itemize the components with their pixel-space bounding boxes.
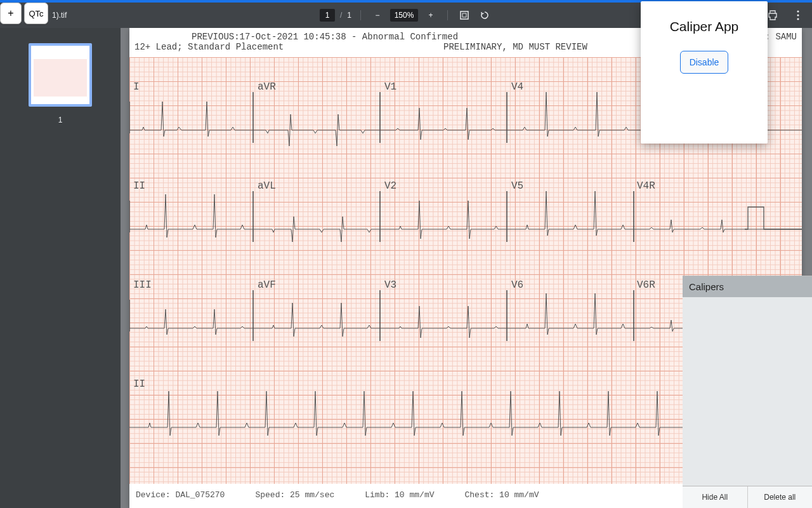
ecg-prelim: PRELIMINARY, MD MUST REVIEW [443,42,587,52]
ecg-leads-line: 12+ Lead; Standard Placement [134,42,284,52]
delete-all-button[interactable]: Delete all [747,486,813,508]
more-menu-icon[interactable] [790,8,806,23]
svg-point-4 [797,18,799,20]
filename-tail: 1).tif [52,11,67,20]
footer-speed: Speed: 25 mm/sec [255,490,334,503]
rotate-icon[interactable] [477,8,492,23]
svg-rect-0 [461,11,468,19]
footer-chest: Chest: 10 mm/mV [464,490,539,503]
page-thumbnail[interactable] [29,43,92,107]
calipers-panel: Calipers Hide All Delete all [683,276,812,508]
svg-rect-1 [462,13,466,17]
svg-point-2 [797,10,799,12]
add-caliper-button[interactable]: + [0,3,22,24]
fit-page-icon[interactable] [457,8,472,23]
caliper-app-popup: Caliper App Disable [641,1,768,144]
caliper-popup-title: Caliper App [670,19,739,34]
page-separator: / [340,11,342,20]
ecg-previous-line: PREVIOUS:17-Oct-2021 10:45:38 - Abnormal… [129,32,458,42]
calipers-panel-body [683,297,812,486]
hide-all-button[interactable]: Hide All [683,486,747,508]
page-current-input[interactable] [320,9,335,22]
zoom-out-icon[interactable]: − [370,8,385,23]
zoom-input[interactable] [390,9,418,22]
disable-button[interactable]: Disable [680,51,729,74]
qtc-button[interactable]: QTc [24,3,48,24]
footer-limb: Limb: 10 mm/mV [365,490,434,503]
footer-device: Device: DAL_075270 [136,490,225,503]
page-total: 1 [347,11,351,20]
calipers-panel-title: Calipers [683,276,812,297]
svg-point-3 [797,14,799,16]
zoom-in-icon[interactable]: + [423,8,438,23]
thumbnail-sidebar: 1 [0,28,121,508]
thumbnail-number: 1 [58,116,63,124]
